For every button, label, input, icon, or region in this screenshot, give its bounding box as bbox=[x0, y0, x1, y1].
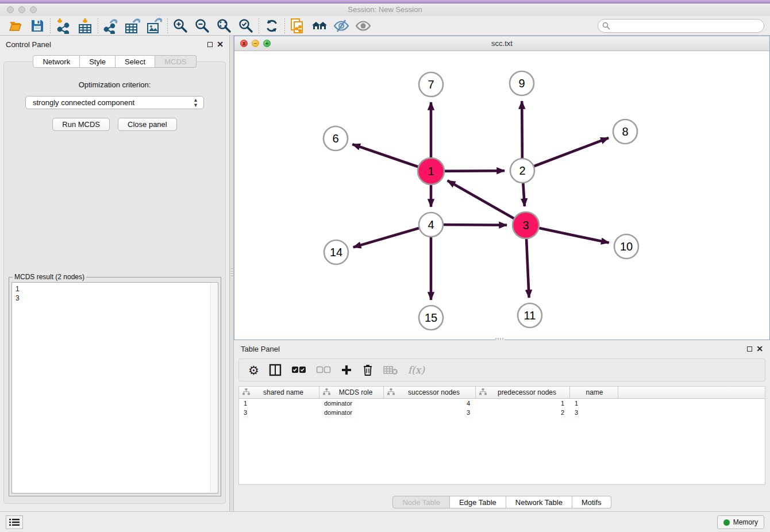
list-icon bbox=[9, 518, 20, 526]
column-header-MCDS-role[interactable]: MCDS role bbox=[319, 387, 384, 398]
tree-sort-icon bbox=[387, 388, 395, 397]
memory-button[interactable]: Memory bbox=[717, 515, 764, 529]
table-tab-motifs[interactable]: Motifs bbox=[572, 496, 611, 508]
deselect-all-columns-button[interactable] bbox=[316, 366, 331, 374]
mcds-result-text[interactable]: 13 bbox=[11, 282, 218, 494]
show-graphics-details-button[interactable] bbox=[352, 17, 374, 34]
column-header-successor-nodes[interactable]: successor nodes bbox=[384, 387, 476, 398]
toolbar-separator bbox=[98, 18, 98, 33]
edge-2-8[interactable] bbox=[522, 138, 609, 171]
table-tab-node-table[interactable]: Node Table bbox=[392, 496, 450, 508]
network-overview-button[interactable] bbox=[309, 17, 330, 34]
tab-network[interactable]: Network bbox=[33, 55, 80, 68]
node-label-4: 4 bbox=[428, 218, 434, 231]
network-canvas[interactable]: 7968124314101511 bbox=[234, 51, 769, 340]
hide-graphics-details-button[interactable] bbox=[330, 17, 352, 34]
table-row[interactable]: 1dominator411 bbox=[239, 399, 765, 408]
column-header-shared-name[interactable]: shared name bbox=[239, 387, 319, 398]
show-columns-button[interactable] bbox=[269, 364, 282, 376]
cell-name: 3 bbox=[570, 409, 618, 416]
delete-table-button[interactable] bbox=[383, 365, 398, 375]
tab-select[interactable]: Select bbox=[116, 55, 155, 68]
open-session-button[interactable] bbox=[5, 17, 26, 34]
network-graph[interactable]: 7968124314101511 bbox=[234, 51, 769, 340]
select-all-columns-button[interactable] bbox=[291, 366, 306, 374]
close-panel-button[interactable]: Close panel bbox=[118, 118, 177, 131]
export-network-button[interactable] bbox=[100, 17, 122, 34]
float-panel-icon[interactable] bbox=[207, 42, 213, 47]
mcds-panel-body: Optimization criterion: strongly connect… bbox=[3, 61, 226, 504]
criterion-value: strongly connected component bbox=[33, 98, 134, 107]
cell-predecessor-nodes: 1 bbox=[476, 400, 570, 407]
vertical-splitter[interactable] bbox=[229, 36, 234, 511]
cell-MCDS-role: dominator bbox=[319, 409, 384, 416]
result-line: 1 bbox=[16, 284, 214, 294]
cell-predecessor-nodes: 2 bbox=[476, 409, 570, 416]
node-label-15: 15 bbox=[425, 311, 437, 324]
import-network-icon bbox=[55, 18, 71, 34]
float-table-panel-icon[interactable] bbox=[747, 346, 752, 352]
zoom-in-icon bbox=[172, 18, 188, 34]
tab-mcds[interactable]: MCDS bbox=[155, 55, 196, 68]
apply-style-button[interactable] bbox=[261, 17, 283, 34]
window-title: Session: New Session bbox=[0, 5, 770, 14]
houses-icon bbox=[311, 18, 328, 33]
node-label-9: 9 bbox=[518, 77, 525, 90]
search-field-wrap bbox=[598, 19, 764, 33]
cell-successor-nodes: 4 bbox=[384, 400, 476, 407]
node-label-11: 11 bbox=[524, 309, 536, 322]
result-scrollbar[interactable] bbox=[210, 283, 217, 492]
zoom-in-button[interactable] bbox=[170, 17, 191, 34]
node-table[interactable]: shared nameMCDS rolesuccessor nodesprede… bbox=[238, 386, 765, 485]
search-input[interactable] bbox=[598, 19, 764, 33]
network-titlebar[interactable]: x − + scc.txt bbox=[234, 36, 769, 51]
control-panel-tabs: NetworkStyleSelectMCDS bbox=[0, 55, 229, 68]
select-stepper-icon: ▲▼ bbox=[193, 98, 198, 108]
tab-style[interactable]: Style bbox=[80, 55, 116, 68]
table-tab-edge-table[interactable]: Edge Table bbox=[450, 496, 506, 508]
column-header-name[interactable]: name bbox=[570, 387, 618, 398]
table-row[interactable]: 3dominator323 bbox=[239, 408, 765, 417]
zoom-selected-button[interactable] bbox=[235, 17, 257, 34]
table-panel: Table Panel ✕ ⚙ f(x) shared nameMCDS rol… bbox=[234, 340, 770, 511]
export-table-button[interactable] bbox=[122, 17, 144, 34]
create-column-button[interactable] bbox=[341, 364, 352, 376]
import-table-button[interactable] bbox=[74, 17, 96, 34]
table-panel-header: Table Panel ✕ bbox=[234, 340, 770, 357]
zoom-fit-button[interactable] bbox=[213, 17, 235, 34]
delete-column-button[interactable] bbox=[362, 364, 374, 376]
toolbar-separator bbox=[167, 18, 168, 33]
zoom-out-button[interactable] bbox=[191, 17, 213, 34]
function-builder-button[interactable]: f(x) bbox=[408, 364, 425, 376]
search-icon bbox=[602, 22, 610, 30]
run-mcds-button[interactable]: Run MCDS bbox=[52, 118, 110, 131]
splitter-grip[interactable] bbox=[230, 268, 233, 276]
checked-boxes-icon bbox=[291, 366, 306, 374]
save-session-button[interactable] bbox=[26, 17, 48, 34]
save-icon bbox=[30, 18, 45, 33]
close-table-panel-icon[interactable]: ✕ bbox=[756, 345, 763, 353]
column-header-label: predecessor nodes bbox=[487, 388, 567, 396]
close-panel-icon[interactable]: ✕ bbox=[217, 40, 224, 48]
table-tab-network-table[interactable]: Network Table bbox=[506, 496, 572, 508]
column-header-label: name bbox=[573, 388, 615, 396]
tree-sort-icon bbox=[479, 388, 487, 397]
node-label-7: 7 bbox=[428, 78, 434, 91]
open-folder-icon bbox=[8, 18, 23, 33]
table-settings-button[interactable]: ⚙ bbox=[248, 364, 259, 376]
network-title: scc.txt bbox=[234, 39, 769, 48]
task-history-button[interactable] bbox=[6, 515, 23, 529]
fx-icon: f(x) bbox=[408, 364, 425, 376]
export-image-button[interactable] bbox=[144, 17, 165, 34]
mcds-result-legend: MCDS result (2 nodes) bbox=[13, 273, 86, 281]
status-bar: Memory bbox=[0, 511, 770, 532]
optimization-criterion-label: Optimization criterion: bbox=[4, 80, 225, 89]
criterion-select[interactable]: strongly connected component ▲▼ bbox=[25, 96, 204, 109]
column-header-predecessor-nodes[interactable]: predecessor nodes bbox=[476, 387, 570, 398]
import-network-button[interactable] bbox=[52, 17, 74, 34]
clone-network-button[interactable] bbox=[287, 17, 309, 34]
node-label-8: 8 bbox=[622, 125, 628, 138]
node-label-2: 2 bbox=[519, 164, 525, 177]
node-label-1: 1 bbox=[428, 165, 434, 178]
memory-label: Memory bbox=[733, 518, 758, 526]
